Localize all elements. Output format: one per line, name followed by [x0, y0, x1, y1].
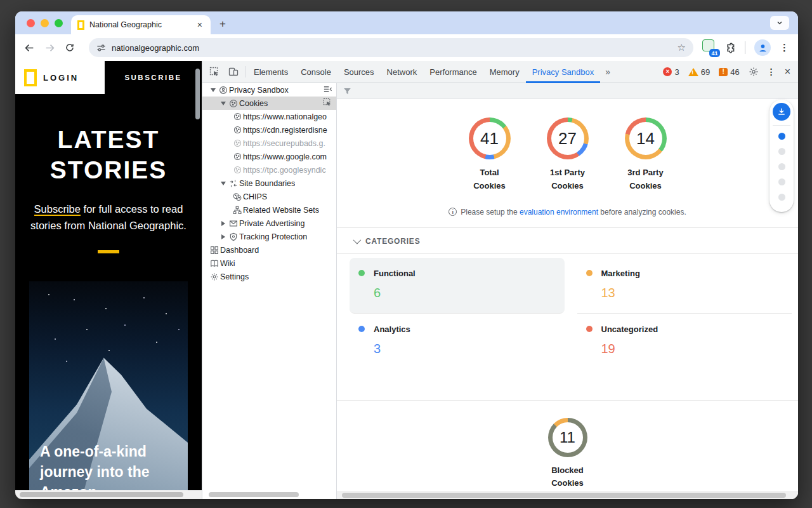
more-tabs-icon[interactable]: » — [600, 67, 615, 77]
browser-tab[interactable]: National Geographic × — [71, 15, 211, 34]
category-analytics[interactable]: Analytics 3 — [350, 314, 565, 369]
private-advertising-icon — [228, 219, 239, 228]
first-party-cookies-block: 27 1st PartyCookies — [528, 117, 606, 193]
section-dot[interactable] — [778, 178, 785, 185]
warning-badge[interactable]: 69 — [688, 67, 710, 77]
browser-menu-icon[interactable]: ⋮ — [780, 42, 789, 53]
address-bar[interactable]: nationalgeographic.com ☆ — [89, 38, 693, 57]
download-report-button[interactable] — [773, 103, 790, 121]
tracking-protection-icon — [228, 232, 239, 241]
page-horizontal-scrollbar[interactable] — [20, 492, 183, 497]
blocked-cookies-label: BlockedCookies — [337, 464, 798, 491]
profile-avatar[interactable] — [754, 39, 771, 56]
privacy-sandbox-main-panel: 41 TotalCookies 27 — [337, 83, 798, 499]
inspect-icon[interactable] — [323, 98, 332, 107]
natgeo-brand[interactable]: LOGIN — [15, 61, 105, 94]
total-cookies-donut: 41 — [469, 117, 511, 159]
section-dot-active[interactable] — [778, 133, 785, 140]
tree-item-related-website-sets[interactable]: Related Website Sets — [202, 203, 336, 217]
tree-item-cookies[interactable]: Cookies — [202, 97, 336, 110]
window-controls[interactable] — [27, 19, 63, 27]
tree-item-chips[interactable]: CHIPS — [202, 190, 336, 203]
section-dot[interactable] — [778, 163, 785, 170]
sidebar-horizontal-scrollbar[interactable] — [209, 492, 299, 497]
story-card-title: A one-of-a-kind journey into the Amazon — [40, 441, 184, 494]
tab-elements[interactable]: Elements — [247, 61, 294, 83]
category-functional[interactable]: Functional 6 — [350, 258, 565, 314]
url-text[interactable]: nationalgeographic.com — [112, 43, 672, 53]
cookie-extension-icon[interactable]: 41 — [702, 39, 719, 56]
error-badge[interactable]: × 3 — [663, 67, 679, 77]
issues-badge[interactable]: ! 46 — [719, 67, 739, 77]
device-toolbar-icon[interactable] — [224, 64, 243, 80]
info-icon: i — [449, 208, 457, 216]
chevron-down-icon[interactable] — [209, 88, 218, 92]
reload-icon[interactable] — [65, 43, 81, 53]
subscribe-link[interactable]: Subscribe — [34, 203, 81, 216]
section-dot[interactable] — [778, 148, 785, 155]
tree-item-cookie-origin[interactable]: https://tpc.googlesyndic — [202, 163, 336, 177]
category-marketing[interactable]: Marketing 13 — [577, 258, 792, 314]
tree-item-settings[interactable]: Settings — [202, 270, 336, 283]
bookmark-star-icon[interactable]: ☆ — [678, 42, 686, 53]
tab-search-chevron-icon[interactable] — [770, 16, 789, 30]
tree-item-private-advertising[interactable]: Private Advertising — [202, 217, 336, 230]
site-info-icon[interactable] — [96, 43, 106, 53]
filter-icon[interactable] — [343, 87, 351, 95]
inspect-element-icon[interactable] — [205, 64, 224, 80]
tab-memory[interactable]: Memory — [483, 61, 526, 83]
chevron-down-icon[interactable] — [219, 102, 228, 105]
back-icon[interactable] — [24, 43, 41, 53]
privacy-sandbox-icon — [218, 86, 229, 95]
tab-sources[interactable]: Sources — [337, 61, 381, 83]
tree-item-cookie-origin[interactable]: https://cdn.registerdisne — [202, 123, 336, 137]
chevron-right-icon[interactable] — [219, 234, 228, 239]
blocked-cookies-block: 11 BlockedCookies — [337, 418, 798, 491]
tree-item-cookie-origin[interactable]: https://securepubads.g. — [202, 137, 336, 150]
close-window-button[interactable] — [27, 19, 35, 27]
hero-title: LATEST STORIES — [15, 94, 202, 185]
analytics-count: 3 — [374, 342, 556, 356]
tab-performance[interactable]: Performance — [423, 61, 483, 83]
panel-floating-toolbar — [769, 100, 794, 212]
section-dot[interactable] — [778, 194, 785, 201]
login-button[interactable]: LOGIN — [43, 73, 79, 83]
extensions-puzzle-icon[interactable] — [725, 43, 736, 53]
tab-network[interactable]: Network — [381, 61, 424, 83]
tree-item-wiki[interactable]: Wiki — [202, 257, 336, 270]
panel-horizontal-scrollbar[interactable] — [342, 493, 786, 498]
new-tab-button[interactable]: + — [219, 18, 226, 30]
natgeo-hero-section: LATEST STORIES Subscribe for full access… — [15, 94, 202, 499]
tree-item-dashboard[interactable]: Dashboard — [202, 243, 336, 257]
tab-console[interactable]: Console — [294, 61, 337, 83]
first-party-cookies-count: 27 — [551, 122, 584, 155]
story-card[interactable]: A one-of-a-kind journey into the Amazon — [29, 281, 188, 493]
subscribe-button[interactable]: SUBSCRIBE — [105, 61, 202, 94]
tree-item-cookie-origin[interactable]: https://www.google.com — [202, 150, 336, 163]
cookie-icon — [232, 139, 243, 147]
related-website-sets-icon — [232, 206, 243, 215]
evaluation-environment-link[interactable]: evaluation environment — [520, 208, 598, 217]
maximize-window-button[interactable] — [55, 19, 63, 27]
chevron-down-icon[interactable] — [219, 182, 228, 185]
devtools-panel: Elements Console Sources Network Perform… — [202, 61, 798, 499]
tree-item-privacy-sandbox[interactable]: Privacy Sandbox — [202, 83, 336, 97]
chevron-right-icon[interactable] — [219, 221, 228, 226]
forward-icon[interactable] — [44, 43, 61, 53]
devtools-settings-gear-icon[interactable] — [744, 64, 763, 80]
close-tab-icon[interactable]: × — [195, 20, 204, 30]
close-devtools-icon[interactable]: × — [780, 66, 796, 77]
category-uncategorized[interactable]: Uncategorized 19 — [577, 314, 792, 369]
tab-privacy-sandbox[interactable]: Privacy Sandbox — [526, 61, 601, 83]
categories-header[interactable]: CATEGORIES — [337, 228, 798, 254]
minimize-window-button[interactable] — [41, 19, 49, 27]
tree-item-cookie-origin[interactable]: https://www.nationalgeo — [202, 110, 336, 123]
cookie-icon — [232, 126, 243, 134]
tree-item-site-boundaries[interactable]: Site Boundaries — [202, 177, 336, 190]
page-vertical-scrollbar[interactable] — [195, 69, 200, 119]
tree-item-tracking-protection[interactable]: Tracking Protection — [202, 230, 336, 243]
collapse-sidebar-icon[interactable] — [323, 84, 332, 94]
devtools-menu-icon[interactable]: ⋮ — [763, 67, 780, 77]
issues-icon: ! — [719, 68, 728, 76]
natgeo-header: LOGIN SUBSCRIBE — [15, 61, 202, 94]
